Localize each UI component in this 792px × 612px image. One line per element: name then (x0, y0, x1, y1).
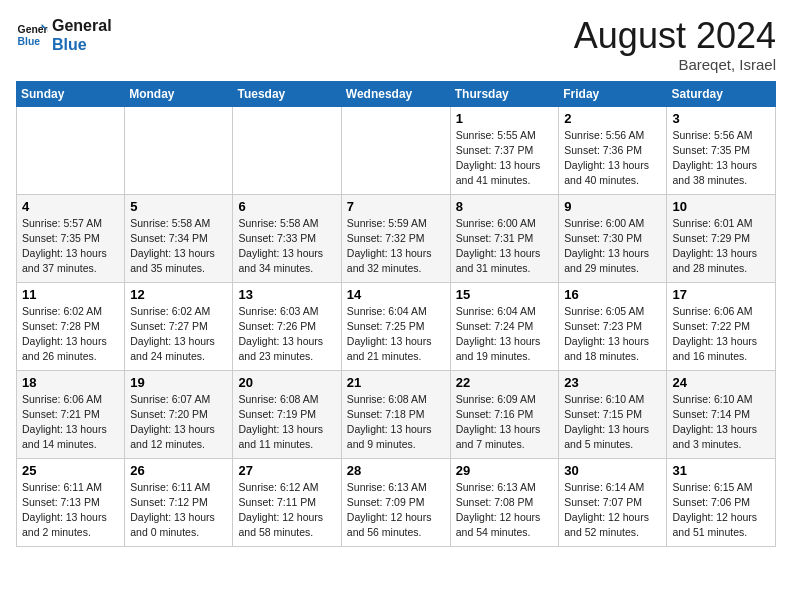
day-number: 27 (238, 463, 335, 478)
day-number: 7 (347, 199, 445, 214)
header-day-monday: Monday (125, 81, 233, 106)
day-cell-20: 20Sunrise: 6:08 AMSunset: 7:19 PMDayligh… (233, 370, 341, 458)
day-cell-29: 29Sunrise: 6:13 AMSunset: 7:08 PMDayligh… (450, 458, 559, 546)
day-info: Sunrise: 5:58 AMSunset: 7:33 PMDaylight:… (238, 216, 335, 277)
day-info: Sunrise: 6:09 AMSunset: 7:16 PMDaylight:… (456, 392, 554, 453)
month-year-title: August 2024 (574, 16, 776, 56)
day-number: 30 (564, 463, 661, 478)
day-number: 19 (130, 375, 227, 390)
week-row-3: 11Sunrise: 6:02 AMSunset: 7:28 PMDayligh… (17, 282, 776, 370)
day-info: Sunrise: 5:58 AMSunset: 7:34 PMDaylight:… (130, 216, 227, 277)
day-number: 29 (456, 463, 554, 478)
day-cell-28: 28Sunrise: 6:13 AMSunset: 7:09 PMDayligh… (341, 458, 450, 546)
day-cell-18: 18Sunrise: 6:06 AMSunset: 7:21 PMDayligh… (17, 370, 125, 458)
day-cell-1: 1Sunrise: 5:55 AMSunset: 7:37 PMDaylight… (450, 106, 559, 194)
header-day-thursday: Thursday (450, 81, 559, 106)
day-cell-2: 2Sunrise: 5:56 AMSunset: 7:36 PMDaylight… (559, 106, 667, 194)
header-day-sunday: Sunday (17, 81, 125, 106)
day-number: 4 (22, 199, 119, 214)
day-number: 26 (130, 463, 227, 478)
day-number: 23 (564, 375, 661, 390)
header-day-friday: Friday (559, 81, 667, 106)
week-row-1: 1Sunrise: 5:55 AMSunset: 7:37 PMDaylight… (17, 106, 776, 194)
empty-cell (17, 106, 125, 194)
day-info: Sunrise: 6:13 AMSunset: 7:09 PMDaylight:… (347, 480, 445, 541)
day-info: Sunrise: 6:06 AMSunset: 7:22 PMDaylight:… (672, 304, 770, 365)
day-info: Sunrise: 6:15 AMSunset: 7:06 PMDaylight:… (672, 480, 770, 541)
day-number: 10 (672, 199, 770, 214)
day-number: 31 (672, 463, 770, 478)
calendar-table: SundayMondayTuesdayWednesdayThursdayFrid… (16, 81, 776, 547)
day-cell-13: 13Sunrise: 6:03 AMSunset: 7:26 PMDayligh… (233, 282, 341, 370)
day-number: 14 (347, 287, 445, 302)
day-info: Sunrise: 5:59 AMSunset: 7:32 PMDaylight:… (347, 216, 445, 277)
day-number: 5 (130, 199, 227, 214)
day-cell-21: 21Sunrise: 6:08 AMSunset: 7:18 PMDayligh… (341, 370, 450, 458)
day-cell-10: 10Sunrise: 6:01 AMSunset: 7:29 PMDayligh… (667, 194, 776, 282)
day-info: Sunrise: 6:10 AMSunset: 7:14 PMDaylight:… (672, 392, 770, 453)
day-cell-6: 6Sunrise: 5:58 AMSunset: 7:33 PMDaylight… (233, 194, 341, 282)
day-cell-17: 17Sunrise: 6:06 AMSunset: 7:22 PMDayligh… (667, 282, 776, 370)
day-info: Sunrise: 5:56 AMSunset: 7:35 PMDaylight:… (672, 128, 770, 189)
header-row: SundayMondayTuesdayWednesdayThursdayFrid… (17, 81, 776, 106)
day-number: 1 (456, 111, 554, 126)
day-cell-31: 31Sunrise: 6:15 AMSunset: 7:06 PMDayligh… (667, 458, 776, 546)
day-info: Sunrise: 6:13 AMSunset: 7:08 PMDaylight:… (456, 480, 554, 541)
day-cell-22: 22Sunrise: 6:09 AMSunset: 7:16 PMDayligh… (450, 370, 559, 458)
week-row-4: 18Sunrise: 6:06 AMSunset: 7:21 PMDayligh… (17, 370, 776, 458)
day-cell-8: 8Sunrise: 6:00 AMSunset: 7:31 PMDaylight… (450, 194, 559, 282)
day-info: Sunrise: 6:08 AMSunset: 7:18 PMDaylight:… (347, 392, 445, 453)
day-cell-24: 24Sunrise: 6:10 AMSunset: 7:14 PMDayligh… (667, 370, 776, 458)
calendar-body: 1Sunrise: 5:55 AMSunset: 7:37 PMDaylight… (17, 106, 776, 546)
day-number: 9 (564, 199, 661, 214)
empty-cell (233, 106, 341, 194)
svg-text:Blue: Blue (18, 36, 41, 47)
header-day-wednesday: Wednesday (341, 81, 450, 106)
day-number: 12 (130, 287, 227, 302)
day-cell-23: 23Sunrise: 6:10 AMSunset: 7:15 PMDayligh… (559, 370, 667, 458)
day-info: Sunrise: 6:11 AMSunset: 7:13 PMDaylight:… (22, 480, 119, 541)
day-number: 2 (564, 111, 661, 126)
day-cell-5: 5Sunrise: 5:58 AMSunset: 7:34 PMDaylight… (125, 194, 233, 282)
empty-cell (341, 106, 450, 194)
day-cell-14: 14Sunrise: 6:04 AMSunset: 7:25 PMDayligh… (341, 282, 450, 370)
day-cell-7: 7Sunrise: 5:59 AMSunset: 7:32 PMDaylight… (341, 194, 450, 282)
day-number: 3 (672, 111, 770, 126)
week-row-2: 4Sunrise: 5:57 AMSunset: 7:35 PMDaylight… (17, 194, 776, 282)
week-row-5: 25Sunrise: 6:11 AMSunset: 7:13 PMDayligh… (17, 458, 776, 546)
day-info: Sunrise: 6:03 AMSunset: 7:26 PMDaylight:… (238, 304, 335, 365)
day-info: Sunrise: 5:56 AMSunset: 7:36 PMDaylight:… (564, 128, 661, 189)
location-subtitle: Bareqet, Israel (574, 56, 776, 73)
day-cell-19: 19Sunrise: 6:07 AMSunset: 7:20 PMDayligh… (125, 370, 233, 458)
day-number: 8 (456, 199, 554, 214)
day-number: 18 (22, 375, 119, 390)
day-cell-16: 16Sunrise: 6:05 AMSunset: 7:23 PMDayligh… (559, 282, 667, 370)
day-number: 16 (564, 287, 661, 302)
logo-general: General (52, 16, 112, 35)
day-cell-3: 3Sunrise: 5:56 AMSunset: 7:35 PMDaylight… (667, 106, 776, 194)
day-cell-26: 26Sunrise: 6:11 AMSunset: 7:12 PMDayligh… (125, 458, 233, 546)
day-number: 24 (672, 375, 770, 390)
day-cell-15: 15Sunrise: 6:04 AMSunset: 7:24 PMDayligh… (450, 282, 559, 370)
logo-blue: Blue (52, 35, 112, 54)
day-cell-27: 27Sunrise: 6:12 AMSunset: 7:11 PMDayligh… (233, 458, 341, 546)
day-info: Sunrise: 6:11 AMSunset: 7:12 PMDaylight:… (130, 480, 227, 541)
page-header: General Blue General Blue August 2024 Ba… (16, 16, 776, 73)
day-info: Sunrise: 6:02 AMSunset: 7:28 PMDaylight:… (22, 304, 119, 365)
day-number: 17 (672, 287, 770, 302)
day-cell-30: 30Sunrise: 6:14 AMSunset: 7:07 PMDayligh… (559, 458, 667, 546)
day-info: Sunrise: 6:00 AMSunset: 7:31 PMDaylight:… (456, 216, 554, 277)
day-cell-4: 4Sunrise: 5:57 AMSunset: 7:35 PMDaylight… (17, 194, 125, 282)
header-day-tuesday: Tuesday (233, 81, 341, 106)
day-number: 28 (347, 463, 445, 478)
logo-icon: General Blue (16, 19, 48, 51)
day-number: 11 (22, 287, 119, 302)
day-cell-12: 12Sunrise: 6:02 AMSunset: 7:27 PMDayligh… (125, 282, 233, 370)
day-number: 21 (347, 375, 445, 390)
day-info: Sunrise: 6:04 AMSunset: 7:24 PMDaylight:… (456, 304, 554, 365)
day-info: Sunrise: 6:08 AMSunset: 7:19 PMDaylight:… (238, 392, 335, 453)
day-info: Sunrise: 6:01 AMSunset: 7:29 PMDaylight:… (672, 216, 770, 277)
day-number: 6 (238, 199, 335, 214)
day-info: Sunrise: 6:10 AMSunset: 7:15 PMDaylight:… (564, 392, 661, 453)
day-info: Sunrise: 6:06 AMSunset: 7:21 PMDaylight:… (22, 392, 119, 453)
